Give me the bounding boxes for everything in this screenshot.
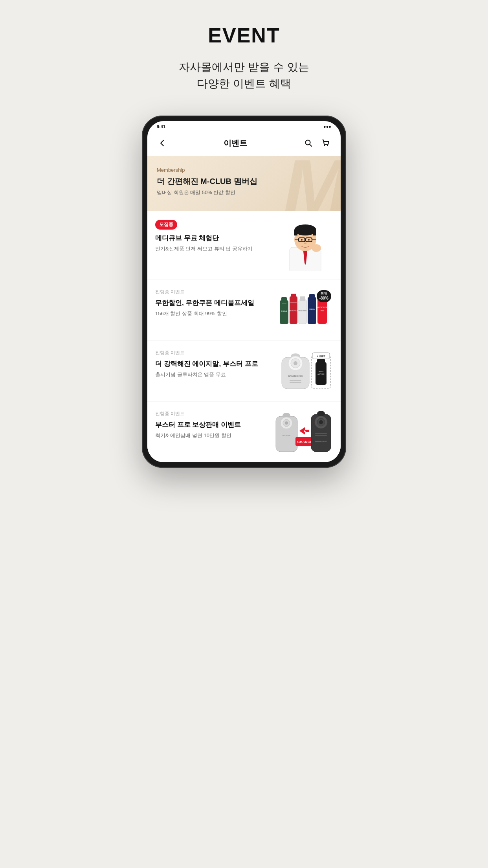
svg-rect-8 xyxy=(313,230,316,235)
svg-rect-46 xyxy=(290,382,301,383)
event-badge: 모집중 xyxy=(155,220,177,230)
svg-text:AMPOULE: AMPOULE xyxy=(317,373,325,375)
cart-button[interactable] xyxy=(319,136,333,150)
svg-text:MD TONER: MD TONER xyxy=(289,310,299,312)
svg-point-6 xyxy=(294,224,316,235)
svg-rect-70 xyxy=(315,435,327,436)
svg-text:MEDICUBE: MEDICUBE xyxy=(317,306,328,309)
app-header: 이벤트 xyxy=(147,132,341,156)
svg-text:CHANGE: CHANGE xyxy=(297,440,312,444)
svg-point-14 xyxy=(301,239,303,241)
event-item-sale[interactable]: 진행중 이벤트 무한할인, 무한쿠폰 메디블프세일 156개 할인 상품 최대 … xyxy=(147,280,341,341)
event-image-gift: BOOSTER PRO AGE-R AMPOULE + GIFT xyxy=(278,349,333,393)
svg-rect-32 xyxy=(308,297,316,324)
svg-rect-45 xyxy=(290,380,301,381)
event-item-booster[interactable]: 진행중 이벤트 더 강력해진 에이지알, 부스터 프로 출시기념 글루타치온 앰… xyxy=(147,341,341,402)
event-category: 진행중 이벤트 xyxy=(155,289,273,295)
event-image-change: BOOSTER ▶ CHANGE xyxy=(274,410,333,454)
event-desc-booster: 출시기념 글루타치온 앰플 무료 xyxy=(155,371,273,378)
svg-text:AGE-R: AGE-R xyxy=(281,310,287,313)
event-title-sale: 무한할인, 무한쿠폰 메디블프세일 xyxy=(155,298,273,308)
svg-rect-69 xyxy=(315,433,327,434)
svg-rect-33 xyxy=(309,294,315,299)
svg-rect-18 xyxy=(314,245,316,250)
svg-text:PRO: PRO xyxy=(321,310,324,312)
page-title: EVENT xyxy=(208,24,280,47)
svg-point-15 xyxy=(308,239,310,241)
svg-point-58 xyxy=(285,421,288,425)
membership-banner[interactable]: M Membership 더 간편해진 M-CLUB 멤버십 멤버십 회원은 매… xyxy=(147,156,341,211)
header-actions xyxy=(301,136,333,150)
svg-point-65 xyxy=(317,411,325,416)
svg-point-43 xyxy=(294,361,297,365)
event-item-reviewer[interactable]: 모집중 메디큐브 무료 체험단 인기&신제품 먼저 써보고 뷰티 팁 공유하기 xyxy=(147,211,341,280)
event-desc-change: 최기& 에인삼배 넣면 10만원 할인 xyxy=(155,432,269,439)
svg-text:AGE-R: AGE-R xyxy=(319,371,324,373)
page-subtitle: 자사몰에서만 받을 수 있는 다양한 이벤트 혜택 xyxy=(179,59,309,92)
event-content-change: 진행중 이벤트 부스터 프로 보상판매 이벤트 최기& 에인삼배 넣면 10만원… xyxy=(155,410,269,439)
event-content: 모집중 메디큐브 무료 체험단 인기&신제품 먼저 써보고 뷰티 팁 공유하기 xyxy=(155,220,273,252)
svg-text:SERUM: SERUM xyxy=(309,309,316,311)
event-content-sale: 진행중 이벤트 무한할인, 무한쿠폰 메디블프세일 156개 할인 상품 최대 … xyxy=(155,289,273,317)
svg-point-68 xyxy=(319,420,323,424)
event-image-products: 최대 -80% AGE-R MD TONER xyxy=(278,289,333,332)
svg-rect-22 xyxy=(281,297,287,302)
svg-rect-20 xyxy=(318,245,320,250)
svg-text:BOOSTER PRO: BOOSTER PRO xyxy=(315,440,327,442)
svg-rect-26 xyxy=(291,294,296,298)
scroll-content: M Membership 더 간편해진 M-CLUB 멤버십 멤버십 회원은 매… xyxy=(147,156,341,462)
event-image-person xyxy=(278,220,333,271)
svg-point-2 xyxy=(327,145,328,146)
svg-text:BOOSTER PRO: BOOSTER PRO xyxy=(288,375,303,377)
discount-badge: 최대 -80% xyxy=(317,290,331,302)
svg-text:BOOSTER: BOOSTER xyxy=(283,434,290,436)
status-bar: 9:41 ●●● xyxy=(147,121,341,132)
event-content-booster: 진행중 이벤트 더 강력해진 에이지알, 부스터 프로 출시기념 글루타치온 앰… xyxy=(155,349,273,378)
svg-rect-7 xyxy=(294,230,297,235)
event-title: 메디큐브 무료 체험단 xyxy=(155,234,273,243)
svg-text:+ GIFT: + GIFT xyxy=(317,355,326,358)
svg-rect-30 xyxy=(300,296,305,301)
back-button[interactable] xyxy=(155,136,169,150)
phone-screen: 9:41 ●●● 이벤트 xyxy=(147,121,341,462)
svg-rect-49 xyxy=(317,359,325,364)
event-desc-sale: 156개 할인 상품 최대 99% 할인 xyxy=(155,310,273,317)
search-button[interactable] xyxy=(301,136,316,150)
event-category-change: 진행중 이벤트 xyxy=(155,410,269,417)
app-header-title: 이벤트 xyxy=(224,138,247,149)
phone-frame: 9:41 ●●● 이벤트 xyxy=(142,116,346,468)
svg-text:MEDICUBE: MEDICUBE xyxy=(298,310,306,312)
event-title-change: 부스터 프로 보상판매 이벤트 xyxy=(155,420,269,430)
svg-point-16 xyxy=(304,243,306,244)
svg-rect-27 xyxy=(290,302,297,303)
svg-rect-29 xyxy=(299,300,306,324)
event-item-change[interactable]: 진행중 이벤트 부스터 프로 보상판매 이벤트 최기& 에인삼배 넣면 10만원… xyxy=(147,402,341,462)
svg-point-1 xyxy=(324,145,325,146)
svg-rect-23 xyxy=(282,303,286,304)
bg-letter: M xyxy=(283,156,341,211)
event-title-booster: 더 강력해진 에이지알, 부스터 프로 xyxy=(155,359,273,369)
event-category-booster: 진행중 이벤트 xyxy=(155,349,273,356)
event-desc: 인기&신제품 먼저 써보고 뷰티 팁 공유하기 xyxy=(155,245,273,252)
svg-rect-19 xyxy=(316,245,318,249)
